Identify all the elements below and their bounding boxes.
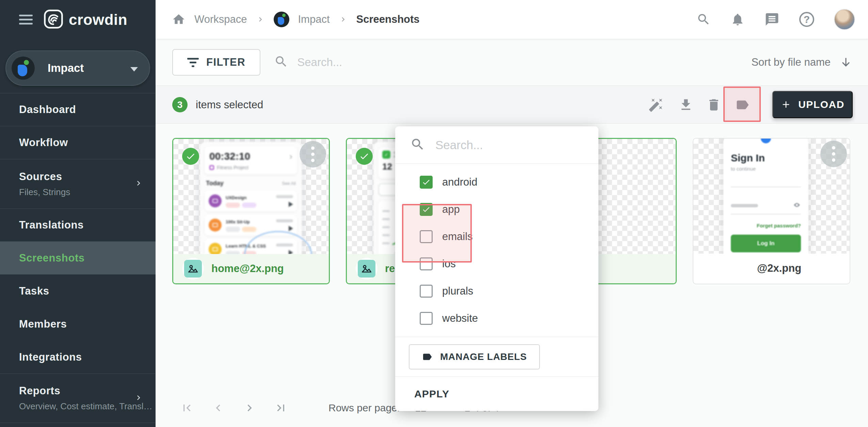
card-footer: @2x.png (693, 254, 850, 283)
checkbox-checked-icon[interactable] (420, 176, 433, 189)
selection-toolbar: 3 items selected UPLOAD (156, 86, 868, 124)
filter-icon (187, 58, 199, 67)
apply-row: APPLY (395, 376, 598, 411)
label-option-ios[interactable]: ios (395, 250, 598, 278)
search-icon (274, 54, 288, 70)
label-tag-icon[interactable] (735, 97, 750, 112)
download-icon[interactable] (678, 97, 693, 112)
preview-section-title: Today (206, 180, 224, 187)
delete-trash-icon[interactable] (706, 97, 721, 112)
chevron-right-icon (256, 15, 265, 24)
screenshot-filename[interactable]: home@2x.png (211, 263, 284, 275)
messages-icon[interactable] (765, 12, 779, 27)
breadcrumb-project-avatar (274, 12, 289, 27)
preview-task-row: UXDesign (205, 190, 297, 211)
crowdin-app: crowdin Impact Dashboard Workflow Source… (0, 0, 868, 427)
label-option-app[interactable]: app (395, 196, 598, 223)
label-options-list: android app emails ios plurals (395, 164, 598, 337)
previous-page-icon[interactable] (211, 400, 226, 415)
card-menu-icon[interactable] (820, 141, 847, 167)
sidebar-item-reports[interactable]: Reports Overview, Cost estimate, Transl… (0, 374, 156, 423)
filter-button[interactable]: FILTER (172, 49, 260, 76)
search-icon[interactable] (696, 12, 711, 27)
selected-check-icon[interactable] (356, 148, 373, 165)
image-file-icon (356, 258, 377, 280)
search-input[interactable] (297, 56, 508, 69)
preview-forgot-link: Forget password? (731, 223, 801, 228)
sidebar-item-integrations[interactable]: Integrations (0, 341, 156, 374)
label-search-input[interactable] (435, 138, 572, 152)
sidebar-item-workflow[interactable]: Workflow (0, 126, 156, 159)
chevron-down-icon (130, 67, 138, 72)
preview-see-all: See All (282, 181, 296, 186)
apply-button[interactable]: APPLY (414, 388, 449, 400)
screenshot-preview: Sign In to continue Forget password? Log… (693, 139, 850, 254)
chevron-right-icon (134, 393, 143, 404)
home-icon[interactable] (172, 13, 186, 26)
notifications-bell-icon[interactable] (730, 12, 745, 27)
project-selector[interactable]: Impact (5, 50, 150, 86)
user-avatar[interactable] (834, 9, 855, 30)
selected-count-badge: 3 (172, 97, 188, 112)
sort-control[interactable]: Sort by file name (751, 56, 852, 69)
label-option-emails[interactable]: emails (395, 223, 598, 250)
crowdin-logo[interactable]: crowdin (44, 9, 127, 30)
checkbox-checked-icon[interactable] (420, 203, 433, 216)
chevron-right-icon: › (289, 151, 292, 162)
preview-project-name: Fitness Project (217, 165, 248, 170)
sidebar-header: crowdin (0, 0, 156, 39)
card-footer: home@2x.png (173, 254, 329, 283)
selected-check-icon[interactable] (182, 148, 199, 165)
hamburger-menu-icon[interactable] (19, 15, 33, 25)
sort-label: Sort by file name (751, 56, 831, 68)
first-page-icon[interactable] (179, 400, 194, 415)
screenshot-filename[interactable]: @2x.png (757, 262, 801, 274)
manage-labels-button[interactable]: MANAGE LABELS (409, 344, 540, 369)
preview-signin-subtitle: to continue (731, 166, 801, 172)
last-page-icon[interactable] (273, 400, 288, 415)
screenshot-card-signin[interactable]: Sign In to continue Forget password? Log… (693, 138, 850, 284)
rows-per-page-label: Rows per page: (328, 402, 400, 414)
label-option-plurals[interactable]: plurals (395, 278, 598, 305)
upload-button[interactable]: UPLOAD (772, 91, 853, 118)
label-option-android[interactable]: android (395, 169, 598, 196)
checkbox-unchecked-icon[interactable] (420, 312, 433, 325)
manage-labels-row: MANAGE LABELS (395, 337, 598, 376)
selected-count-label: items selected (196, 99, 263, 111)
project-avatar (12, 57, 35, 80)
card-menu-icon[interactable] (300, 141, 326, 168)
screenshot-search (274, 54, 508, 70)
checkbox-unchecked-icon[interactable] (420, 257, 433, 270)
chevron-right-icon (134, 178, 143, 189)
chevron-right-icon (339, 15, 348, 24)
filter-row: FILTER Sort by file name (156, 39, 868, 86)
eye-icon (793, 201, 801, 210)
checkbox-unchecked-icon[interactable] (420, 230, 433, 243)
sidebar-item-dashboard[interactable]: Dashboard (0, 93, 156, 126)
checkbox-unchecked-icon[interactable] (420, 285, 433, 298)
auto-tag-wand-icon[interactable] (648, 97, 663, 112)
preview-signin-title: Sign In (731, 152, 801, 164)
sidebar-item-screenshots[interactable]: Screenshots (0, 241, 156, 274)
breadcrumb-current: Screenshots (356, 13, 420, 26)
next-page-icon[interactable] (242, 400, 257, 415)
image-file-icon (182, 258, 204, 280)
sidebar-item-translations[interactable]: Translations (0, 208, 156, 241)
topbar-icons: ? (696, 9, 855, 30)
plus-icon (781, 99, 791, 110)
breadcrumb-project[interactable]: Impact (298, 13, 330, 26)
label-tag-icon (422, 351, 433, 362)
sidebar-item-members[interactable]: Members (0, 307, 156, 341)
preview-avatar-dot (759, 139, 772, 145)
screenshot-preview: 00:32:10 › Fitness Project Today See All… (173, 139, 329, 254)
sidebar-item-tasks[interactable]: Tasks (0, 274, 156, 307)
arrow-down-icon (839, 56, 852, 69)
preview-timer: 00:32:10 (209, 151, 250, 162)
label-option-website[interactable]: website (395, 305, 598, 332)
breadcrumb-workspace[interactable]: Workspace (194, 13, 247, 26)
help-icon[interactable]: ? (799, 12, 814, 27)
crowdin-logo-text: crowdin (69, 11, 127, 28)
sidebar-item-sources[interactable]: Sources Files, Strings (0, 159, 156, 208)
screenshot-card-home[interactable]: 00:32:10 › Fitness Project Today See All… (172, 138, 330, 284)
topbar: Workspace Impact Screenshots ? (156, 0, 868, 39)
